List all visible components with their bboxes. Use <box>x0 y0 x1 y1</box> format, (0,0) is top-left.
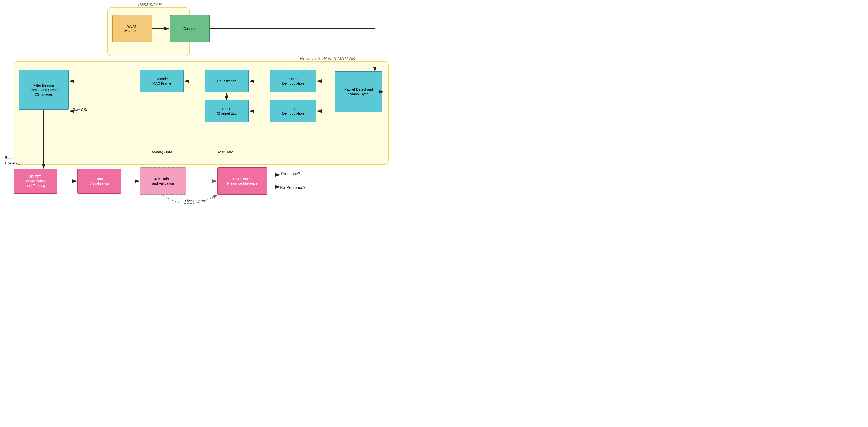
diagram: Transmit AP Receive SDR with MATLAB Beac… <box>0 0 434 214</box>
packet-detect-box: Packet Detect and Symbol Sync. <box>335 71 382 113</box>
transmit-ap-label: Transmit AP <box>137 2 162 7</box>
channel-box: Channel <box>170 15 210 42</box>
cnn-train-box: CNN Training and Validation <box>140 167 186 195</box>
cnn-infer-box: CNN Based Presence Inference <box>217 167 268 195</box>
lltf-channel-box: L-LTF Channel Est. <box>205 100 249 122</box>
lltf-demod-box: L-LTF Demodulation <box>270 100 316 122</box>
no-presence-output: No-Presence? <box>280 185 306 190</box>
decode-mac-box: Decode MAC Frame <box>140 70 184 92</box>
equalization-box: Equalization <box>205 70 249 92</box>
filter-beacon-box: Filter Beacon Frames and Create CSI Imag… <box>19 70 69 110</box>
wlan-waveforms-box: WLAN Waveforms <box>113 15 153 42</box>
receive-sdr-region <box>14 61 389 165</box>
presence-output: Presence? <box>281 172 301 176</box>
fft-norm-box: 2D-FFT, Normalization, and Filtering <box>14 169 58 194</box>
data-vis-box: Data Visualization <box>78 169 121 194</box>
test-data-label: Test Data <box>217 150 234 154</box>
receive-sdr-label: Receive SDR with MATLAB <box>300 56 355 61</box>
raw-csi-label: Raw CSI <box>72 108 87 112</box>
live-capture-label: Live Capture <box>185 199 206 203</box>
training-data-label: Training Data <box>150 150 172 154</box>
data-demod-box: Data Demodulation <box>270 70 316 92</box>
beacon-csi-label: Beacon CSI Images <box>5 155 25 165</box>
